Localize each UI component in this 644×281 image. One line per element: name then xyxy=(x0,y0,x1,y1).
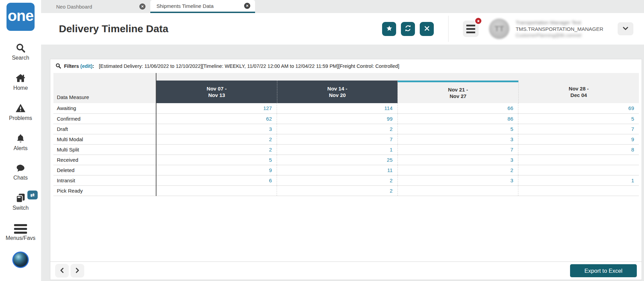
value-cell[interactable]: 5 xyxy=(156,155,277,165)
value-cell[interactable]: 2 xyxy=(277,175,398,185)
header-divider xyxy=(448,16,449,42)
row-label: Intransit xyxy=(53,175,156,185)
value-cell[interactable]: 7 xyxy=(397,144,518,155)
value-cell xyxy=(156,185,277,196)
value-cell[interactable]: 9 xyxy=(156,165,277,175)
value-cell[interactable]: 7 xyxy=(277,134,398,144)
home-icon xyxy=(15,73,26,84)
sidebar-label: Menus/Favs xyxy=(5,235,35,241)
value-cell[interactable]: 5 xyxy=(518,113,639,124)
row-label: Pick Ready xyxy=(53,185,156,196)
user-name-blurred: Transportation Manager Test xyxy=(516,19,603,26)
value-cell[interactable]: 6 xyxy=(156,175,277,185)
star-icon xyxy=(386,25,393,33)
week-column-header[interactable]: Nov 28 -Dec 04 xyxy=(518,73,639,103)
value-cell[interactable]: 3 xyxy=(156,124,277,134)
value-cell[interactable]: 25 xyxy=(277,155,398,165)
value-cell xyxy=(518,185,639,196)
value-cell[interactable]: 2 xyxy=(397,165,518,175)
row-label: Received xyxy=(53,155,156,165)
close-tab-icon[interactable]: × xyxy=(244,3,250,9)
page-previous-button[interactable] xyxy=(55,264,69,278)
table-row: Intransit6231 xyxy=(53,175,639,185)
bottom-toolbar: Export to Excel xyxy=(50,261,642,280)
value-cell[interactable]: 9 xyxy=(518,134,639,144)
filters-edit-link[interactable]: (edit) xyxy=(80,63,92,69)
sidebar-item-problems[interactable]: Problems xyxy=(9,103,32,121)
value-cell[interactable]: 3 xyxy=(397,134,518,144)
value-cell[interactable]: 114 xyxy=(277,103,398,113)
sidebar-item-switch[interactable]: ⇄ Switch xyxy=(12,193,28,211)
report-panel: Filters (edit): [Estimated Delivery: 11/… xyxy=(50,59,642,280)
week-column-header[interactable]: Nov 07 -Nov 13 xyxy=(156,73,277,103)
sidebar-item-home[interactable]: Home xyxy=(13,73,28,91)
filters-bar: Filters (edit): [Estimated Delivery: 11/… xyxy=(50,59,642,73)
filters-summary: [Estimated Delivery: 11/06/2022 to 12/10… xyxy=(99,63,400,69)
measure-column-header: Data Measure xyxy=(53,73,156,103)
sidebar-label: Switch xyxy=(12,205,28,211)
value-cell[interactable]: 99 xyxy=(277,113,398,124)
page-gap xyxy=(41,45,644,59)
row-label: Multi Split xyxy=(53,144,156,155)
value-cell[interactable]: 7 xyxy=(518,124,639,134)
sidebar-item-menus-favs[interactable]: Menus/Favs xyxy=(5,223,35,241)
sidebar-label: Problems xyxy=(9,115,32,121)
value-cell[interactable]: 2 xyxy=(156,144,277,155)
week-column-header[interactable]: Nov 14 -Nov 20 xyxy=(277,73,398,103)
filters-label: Filters xyxy=(64,63,79,69)
table-row: Awaiting1271146669 xyxy=(53,103,639,113)
sidebar-label: Alerts xyxy=(14,145,28,151)
value-cell[interactable]: 1 xyxy=(518,175,639,185)
sidebar-item-search[interactable]: Search xyxy=(12,42,29,61)
refresh-icon xyxy=(404,24,412,33)
value-cell[interactable]: 3 xyxy=(397,175,518,185)
row-label: Confirmed xyxy=(53,113,156,124)
chevron-down-icon xyxy=(622,26,629,32)
table-body: Awaiting1271146669Confirmed6299865Draft3… xyxy=(53,103,639,196)
export-to-excel-button[interactable]: Export to Excel xyxy=(570,264,637,277)
table-row: Confirmed6299865 xyxy=(53,113,639,124)
table-row: Multi Modal2739 xyxy=(53,134,639,144)
value-cell[interactable]: 127 xyxy=(156,103,277,113)
favorite-button[interactable] xyxy=(382,22,396,36)
refresh-button[interactable] xyxy=(401,22,415,36)
user-menu[interactable]: TT Transportation Manager Test TMS.TRANS… xyxy=(489,19,603,39)
value-cell[interactable]: 66 xyxy=(397,103,518,113)
page-header: Delivery Timeline Data xyxy=(41,13,644,45)
filters-colon: : xyxy=(92,63,94,69)
user-dropdown-button[interactable] xyxy=(618,22,633,35)
value-cell[interactable]: 2 xyxy=(277,185,398,196)
close-tab-icon[interactable]: × xyxy=(139,3,146,10)
value-cell xyxy=(518,155,639,165)
sidebar-label: Search xyxy=(12,55,29,61)
warning-icon xyxy=(15,103,26,114)
sidebar-label: Home xyxy=(13,85,28,91)
value-cell xyxy=(518,165,639,175)
row-label: Awaiting xyxy=(53,103,156,113)
tab-label: Neo Dashboard xyxy=(56,4,92,10)
tab-shipments-timeline-data[interactable]: Shipments Timeline Data × xyxy=(150,0,255,13)
one-logo[interactable]: one xyxy=(7,3,35,31)
row-label: Deleted xyxy=(53,165,156,175)
value-cell[interactable]: 2 xyxy=(277,124,398,134)
value-cell[interactable]: 62 xyxy=(156,113,277,124)
user-role: TMS.TRANSPORTATION_MANAGER xyxy=(516,26,603,32)
value-cell[interactable]: 69 xyxy=(518,103,639,113)
value-cell[interactable]: 3 xyxy=(397,155,518,165)
close-page-button[interactable] xyxy=(420,22,434,36)
tab-bar: Neo Dashboard × Shipments Timeline Data … xyxy=(41,0,644,13)
sidebar-user-avatar[interactable] xyxy=(12,252,29,268)
value-cell[interactable]: 1 xyxy=(277,144,398,155)
value-cell[interactable]: 8 xyxy=(518,144,639,155)
sidebar-item-chats[interactable]: Chats xyxy=(13,163,28,181)
switch-arrows-badge[interactable]: ⇄ xyxy=(27,191,38,199)
value-cell[interactable]: 5 xyxy=(397,124,518,134)
page-next-button[interactable] xyxy=(71,264,84,278)
value-cell[interactable]: 11 xyxy=(277,165,398,175)
value-cell[interactable]: 86 xyxy=(397,113,518,124)
global-menu-button[interactable]: ★ xyxy=(463,21,479,37)
sidebar-item-alerts[interactable]: Alerts xyxy=(14,133,28,151)
week-column-header[interactable]: Nov 21 -Nov 27 xyxy=(397,73,518,103)
value-cell[interactable]: 2 xyxy=(156,134,277,144)
tab-neo-dashboard[interactable]: Neo Dashboard × xyxy=(50,0,150,13)
